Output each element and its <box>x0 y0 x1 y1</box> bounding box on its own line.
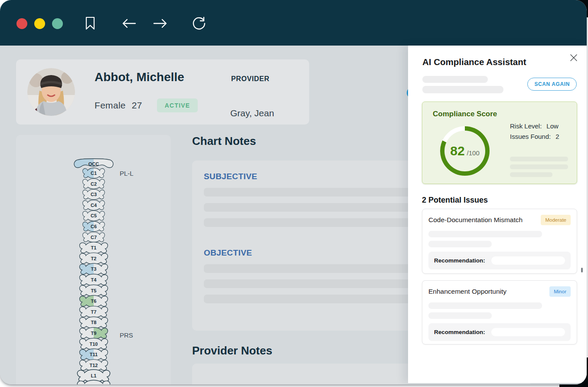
forward-arrow-icon[interactable] <box>153 18 168 29</box>
svg-text:C1: C1 <box>91 171 97 176</box>
issue-title: Code-Documentation Mismatch <box>428 216 523 224</box>
browser-titlebar <box>0 0 587 46</box>
vertebra-t11[interactable]: T11 <box>80 349 108 361</box>
svg-text:OCC: OCC <box>88 161 99 167</box>
status-badge: ACTIVE <box>157 98 198 112</box>
patient-header-card: Abbot, Michelle Female 27 ACTIVE PROVIDE… <box>16 59 309 125</box>
score-denominator: /100 <box>467 149 480 157</box>
recommendation-label: Recommendation: <box>434 329 485 335</box>
panel-scrollbar[interactable] <box>581 268 583 272</box>
svg-text:T1: T1 <box>91 245 97 250</box>
vertebra-t10[interactable]: T10 <box>80 338 108 350</box>
issues-found-value: 2 <box>555 133 559 140</box>
spine-annotation-prs: PRS <box>120 331 133 339</box>
vertebra-c2[interactable]: C2 <box>83 179 105 189</box>
compliance-score-card: Compliance Score 82 /100 Risk Level:Low … <box>422 102 577 184</box>
compliance-score-title: Compliance Score <box>433 110 497 118</box>
vertebra-t9[interactable]: T9 <box>80 328 108 339</box>
svg-text:C2: C2 <box>91 181 97 187</box>
vertebra-t3[interactable]: T3 <box>80 263 108 275</box>
svg-text:C5: C5 <box>91 213 97 218</box>
svg-text:T7: T7 <box>91 309 97 315</box>
spine-diagram-panel: OCCC1C2C3C4C5C6C7T1T2T3T4T5T6T7T8T9T10T1… <box>16 135 171 384</box>
provider-notes-title: Provider Notes <box>192 344 272 357</box>
vertebra-t7[interactable]: T7 <box>80 306 108 318</box>
recommendation-box: Recommendation: <box>428 252 571 269</box>
svg-text:T10: T10 <box>90 341 98 347</box>
back-arrow-icon[interactable] <box>121 18 136 29</box>
minimize-window-button[interactable] <box>34 18 45 29</box>
svg-text:T3: T3 <box>91 266 97 272</box>
refresh-icon[interactable] <box>192 16 206 31</box>
vertebra-t4[interactable]: T4 <box>80 274 108 286</box>
recommendation-skeleton <box>491 256 565 265</box>
svg-text:T2: T2 <box>91 256 97 261</box>
spine-diagram[interactable]: OCCC1C2C3C4C5C6C7T1T2T3T4T5T6T7T8T9T10T1… <box>16 135 171 384</box>
skeleton-bar <box>422 76 488 83</box>
chart-notes-title: Chart Notes <box>192 134 256 148</box>
patient-name: Abbot, Michelle <box>95 70 184 84</box>
vertebra-c1[interactable]: C1 <box>83 168 105 178</box>
window-controls <box>16 18 63 29</box>
skeleton-bar <box>428 302 542 309</box>
vertebra-c5[interactable]: C5 <box>83 211 105 221</box>
svg-text:T11: T11 <box>90 352 98 357</box>
skeleton-bar <box>428 241 492 247</box>
vertebra-c7[interactable]: C7 <box>83 232 105 243</box>
risk-level-value: Low <box>546 122 559 130</box>
recommendation-skeleton <box>491 328 565 336</box>
patient-age: 27 <box>132 100 142 111</box>
svg-text:C3: C3 <box>91 192 97 197</box>
severity-badge: Moderate <box>541 215 571 225</box>
provider-name: Gray, Jean <box>230 108 274 118</box>
svg-text:T4: T4 <box>91 277 97 282</box>
issues-found-label: Issues Found: <box>510 133 551 140</box>
issue-title: Enhancement Opportunity <box>428 288 506 295</box>
maximize-window-button[interactable] <box>52 18 63 29</box>
panel-title: AI Compliance Assistant <box>422 57 526 67</box>
svg-text:C6: C6 <box>91 224 97 229</box>
app-window: Abbot, Michelle Female 27 ACTIVE PROVIDE… <box>0 0 587 384</box>
svg-text:C4: C4 <box>91 203 97 208</box>
svg-text:L2: L2 <box>91 384 97 384</box>
skeleton-bar <box>510 157 568 161</box>
score-skeleton <box>510 157 568 180</box>
provider-label: PROVIDER <box>231 75 269 83</box>
close-icon[interactable] <box>569 53 578 62</box>
recommendation-label: Recommendation: <box>434 257 485 264</box>
issue-card-enhancement-opportunity[interactable]: Enhancement Opportunity Minor Recommenda… <box>422 280 577 344</box>
svg-text:T12: T12 <box>90 363 98 368</box>
vertebra-t6[interactable]: T6 <box>80 295 108 307</box>
close-window-button[interactable] <box>16 18 27 29</box>
score-ring-gauge: 82 /100 <box>440 126 490 176</box>
page: Abbot, Michelle Female 27 ACTIVE PROVIDE… <box>0 0 588 387</box>
vertebra-t1[interactable]: T1 <box>80 242 108 254</box>
svg-text:C7: C7 <box>91 235 97 240</box>
skeleton-bar <box>510 164 568 169</box>
scan-again-button[interactable]: SCAN AGAIN <box>527 78 577 91</box>
severity-badge: Minor <box>549 286 571 297</box>
vertebra-c4[interactable]: C4 <box>83 200 105 210</box>
patient-sex: Female <box>95 100 126 111</box>
vertebra-c3[interactable]: C3 <box>83 189 105 200</box>
risk-level-label: Risk Level: <box>510 122 542 130</box>
skeleton-bar <box>422 86 503 93</box>
svg-text:T9: T9 <box>91 331 97 336</box>
bookmark-icon[interactable] <box>85 16 95 30</box>
skeleton-bar <box>428 231 542 237</box>
potential-issues-heading: 2 Potential Issues <box>422 196 488 205</box>
vertebra-t5[interactable]: T5 <box>80 285 108 296</box>
vertebra-t2[interactable]: T2 <box>80 253 108 265</box>
svg-text:T8: T8 <box>91 320 97 325</box>
ai-compliance-panel: AI Compliance Assistant SCAN AGAIN Compl… <box>408 46 587 383</box>
vertebra-occ[interactable]: OCC <box>74 159 113 168</box>
recommendation-box: Recommendation: <box>428 323 571 341</box>
skeleton-bar <box>510 172 552 177</box>
vertebra-t8[interactable]: T8 <box>80 317 108 328</box>
skeleton-bar <box>428 312 492 319</box>
issue-card-code-documentation-mismatch[interactable]: Code-Documentation Mismatch Moderate Rec… <box>422 209 577 274</box>
vertebra-c6[interactable]: C6 <box>83 221 105 232</box>
svg-text:T5: T5 <box>91 288 97 293</box>
svg-text:T6: T6 <box>91 298 97 304</box>
spine-annotation-pl-l: PL-L <box>120 170 134 177</box>
